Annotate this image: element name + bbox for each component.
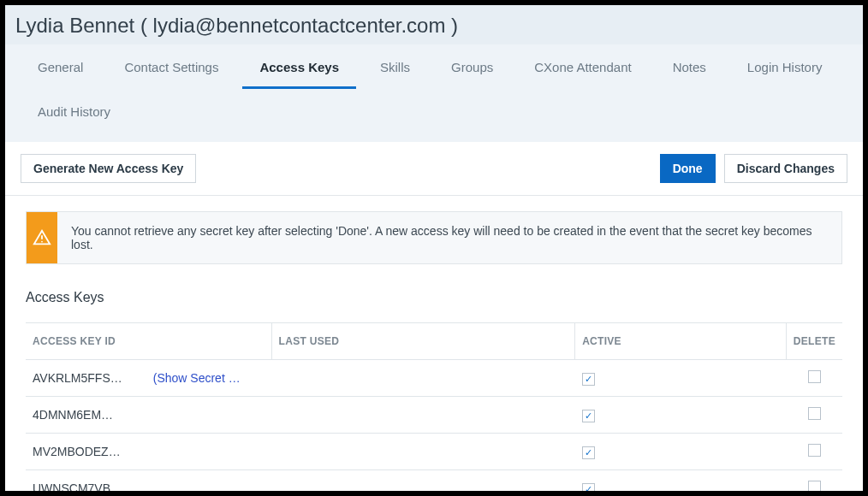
col-header-last-used[interactable]: LAST USED: [271, 323, 575, 360]
toolbar: Generate New Access Key Done Discard Cha…: [5, 142, 863, 196]
tabs-row-1: GeneralContact SettingsAccess KeysSkills…: [5, 44, 863, 89]
section-title: Access Keys: [26, 290, 842, 305]
access-key-id: MV2MBODEZ…: [33, 445, 121, 458]
svg-point-1: [41, 241, 43, 243]
tab-login-history[interactable]: Login History: [730, 44, 840, 89]
last-used-cell: [271, 470, 575, 492]
warning-icon: [27, 212, 57, 263]
delete-checkbox[interactable]: [808, 481, 821, 491]
delete-checkbox[interactable]: [808, 444, 821, 457]
table-row: MV2MBODEZ…✓: [26, 434, 842, 470]
generate-access-key-button[interactable]: Generate New Access Key: [21, 154, 196, 183]
table-row: 4DMNM6EM…✓: [26, 397, 842, 434]
last-used-cell: [271, 360, 575, 397]
access-keys-table: ACCESS KEY ID LAST USED ACTIVE DELETE AV…: [26, 322, 842, 491]
tab-general[interactable]: General: [21, 44, 100, 89]
tab-notes[interactable]: Notes: [656, 44, 723, 89]
table-row: AVKRLM5FFS…(Show Secret …✓: [26, 360, 842, 397]
col-header-id[interactable]: ACCESS KEY ID: [26, 323, 271, 360]
last-used-cell: [271, 397, 575, 434]
tab-contact-settings[interactable]: Contact Settings: [107, 44, 235, 89]
table-row: UWNSCM7VB…✓: [26, 470, 842, 492]
active-checkbox[interactable]: ✓: [582, 373, 595, 386]
tab-access-keys[interactable]: Access Keys: [242, 44, 356, 89]
tab-groups[interactable]: Groups: [434, 44, 510, 89]
tab-audit-history[interactable]: Audit History: [21, 89, 128, 133]
active-checkbox[interactable]: ✓: [582, 483, 595, 492]
delete-checkbox[interactable]: [808, 407, 821, 420]
access-key-id: AVKRLM5FFS…: [33, 371, 122, 385]
access-key-id: 4DMNM6EM…: [33, 408, 113, 422]
active-checkbox[interactable]: ✓: [582, 446, 595, 459]
tabs-row-2: Audit History: [5, 89, 863, 142]
delete-checkbox[interactable]: [808, 370, 821, 383]
tab-skills[interactable]: Skills: [363, 44, 427, 89]
discard-changes-button[interactable]: Discard Changes: [724, 154, 847, 183]
last-used-cell: [271, 434, 575, 470]
page-title: Lydia Bennet ( lydia@bennetcontactcenter…: [15, 14, 853, 44]
warning-alert: You cannot retrieve any secret key after…: [26, 211, 842, 264]
col-header-active[interactable]: ACTIVE: [575, 323, 787, 360]
access-key-id: UWNSCM7VB…: [33, 481, 122, 491]
show-secret-link[interactable]: (Show Secret …: [153, 371, 241, 385]
active-checkbox[interactable]: ✓: [582, 410, 595, 422]
warning-text: You cannot retrieve any secret key after…: [57, 212, 841, 263]
col-header-delete[interactable]: DELETE: [786, 323, 842, 360]
tab-cxone-attendant[interactable]: CXone Attendant: [517, 44, 648, 89]
done-button[interactable]: Done: [660, 154, 716, 183]
